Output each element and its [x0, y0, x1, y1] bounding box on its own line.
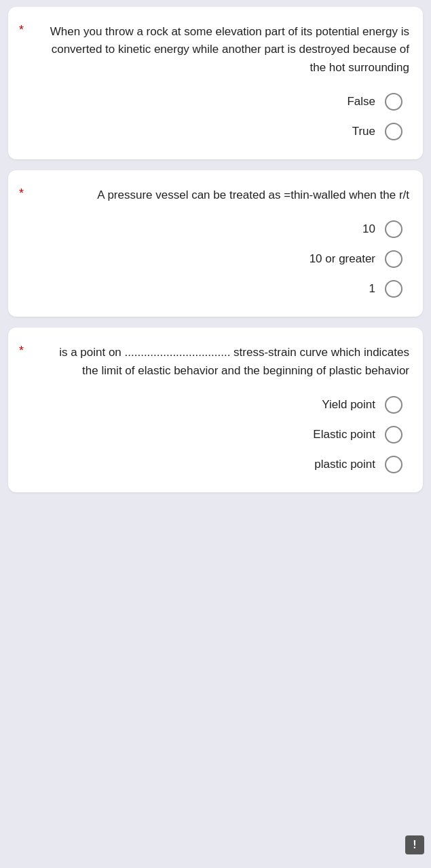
question-card-2: * A pressure vessel can be treated as =t… — [8, 170, 423, 317]
required-star-1: * — [19, 23, 24, 37]
option-yield-point[interactable]: Yield point — [322, 396, 402, 414]
option-yield-point-label: Yield point — [322, 398, 375, 412]
radio-yield-point[interactable] — [385, 396, 402, 414]
options-list-3: Yield point Elastic point plastic point — [22, 396, 409, 473]
question-text-1: When you throw a rock at some elevation … — [22, 23, 409, 77]
option-1-label: 1 — [369, 282, 375, 296]
radio-elastic-point[interactable] — [385, 426, 402, 443]
option-10-or-greater[interactable]: 10 or greater — [310, 250, 402, 268]
options-list-2: 10 10 or greater 1 — [22, 220, 409, 298]
option-10-label: 10 — [362, 222, 375, 236]
required-star-2: * — [19, 186, 24, 201]
option-true-label: True — [352, 125, 375, 138]
radio-false[interactable] — [385, 93, 402, 111]
radio-10[interactable] — [385, 220, 402, 238]
option-false[interactable]: False — [347, 93, 402, 111]
question-card-1: * When you throw a rock at some elevatio… — [8, 7, 423, 159]
feedback-icon[interactable]: ! — [405, 835, 424, 854]
option-10-or-greater-label: 10 or greater — [310, 252, 375, 266]
option-plastic-point-label: plastic point — [314, 458, 375, 471]
option-1[interactable]: 1 — [369, 280, 402, 298]
option-true[interactable]: True — [352, 123, 402, 140]
radio-plastic-point[interactable] — [385, 456, 402, 473]
option-false-label: False — [347, 95, 375, 108]
radio-10-or-greater[interactable] — [385, 250, 402, 268]
option-plastic-point[interactable]: plastic point — [314, 456, 402, 473]
radio-1[interactable] — [385, 280, 402, 298]
question-card-3: * is a point on ........................… — [8, 328, 423, 492]
required-star-3: * — [19, 344, 24, 358]
option-elastic-point-label: Elastic point — [313, 428, 375, 441]
question-text-3: is a point on ..........................… — [22, 344, 409, 380]
options-list-1: False True — [22, 93, 409, 140]
option-elastic-point[interactable]: Elastic point — [313, 426, 402, 443]
option-10[interactable]: 10 — [362, 220, 402, 238]
question-text-2: A pressure vessel can be treated as =thi… — [22, 186, 409, 204]
radio-true[interactable] — [385, 123, 402, 140]
